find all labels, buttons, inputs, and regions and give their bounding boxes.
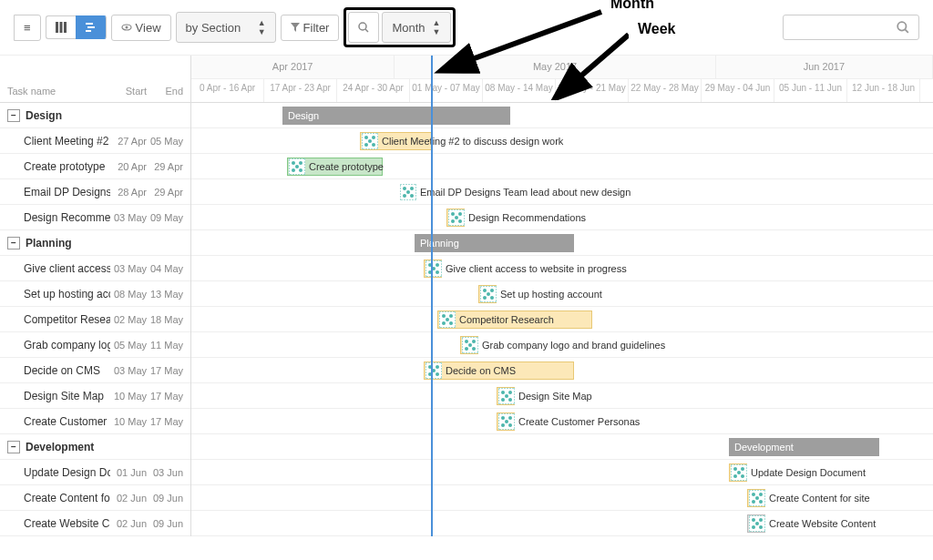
- task-row[interactable]: Create Customer Person10 May17 May: [0, 409, 190, 434]
- task-bar[interactable]: Create prototype: [287, 158, 383, 176]
- task-row[interactable]: Create prototype20 Apr29 Apr: [0, 154, 190, 179]
- bar-label: Design: [288, 110, 319, 121]
- week-cell: 17 Apr - 23 Apr: [264, 79, 337, 102]
- collapse-toggle[interactable]: −: [7, 109, 20, 122]
- svg-point-70: [508, 391, 512, 394]
- zoom-button[interactable]: [348, 12, 379, 43]
- task-bar[interactable]: Design Site Map: [497, 387, 515, 405]
- task-row[interactable]: Give client access to we03 May04 May: [0, 256, 190, 281]
- end-date: 17 May: [147, 391, 183, 402]
- task-row[interactable]: Create Website Content02 Jun09 Jun: [0, 511, 190, 536]
- chart-row: Email DP Designs Team lead about new des…: [191, 179, 933, 205]
- task-bar[interactable]: Set up hosting account: [478, 285, 497, 303]
- view-mode-columns[interactable]: [46, 15, 76, 39]
- svg-point-77: [501, 423, 505, 427]
- chart-row: Client Meeting #2 to discuss design work: [191, 128, 933, 154]
- task-name: Email DP Designs Team: [24, 186, 110, 199]
- filter-label: Filter: [303, 21, 330, 35]
- task-row[interactable]: Competitor Research02 May18 May: [0, 307, 190, 332]
- task-row[interactable]: Email DP Designs Team28 Apr29 Apr: [0, 179, 190, 205]
- svg-point-89: [752, 500, 755, 504]
- task-row[interactable]: Decide on CMS03 May17 May: [0, 358, 190, 383]
- today-line: [431, 56, 433, 536]
- menu-button[interactable]: ≡: [14, 15, 41, 41]
- svg-point-60: [472, 347, 476, 351]
- task-bar[interactable]: Give client access to website in progres…: [424, 260, 442, 278]
- section-row[interactable]: −Development: [0, 434, 190, 460]
- task-bar[interactable]: Client Meeting #2 to discuss design work: [360, 132, 433, 150]
- task-bar[interactable]: Update Design Document: [729, 463, 747, 482]
- svg-point-18: [372, 143, 375, 147]
- svg-point-17: [364, 143, 368, 147]
- task-row[interactable]: Client Meeting #2 to disc27 Apr05 May: [0, 128, 190, 154]
- end-date: 09 Jun: [147, 493, 183, 504]
- end-date: 09 Jun: [147, 518, 183, 529]
- section-row[interactable]: −Planning: [0, 230, 190, 256]
- svg-point-25: [295, 165, 299, 168]
- svg-point-31: [406, 190, 410, 194]
- task-bar[interactable]: Decide on CMS: [424, 361, 574, 380]
- chart-row: Design Site Map: [191, 383, 933, 409]
- view-button[interactable]: View: [111, 15, 171, 41]
- svg-point-97: [755, 522, 759, 525]
- end-date: 03 Jun: [147, 467, 183, 478]
- task-name: Client Meeting #2 to disc: [24, 135, 110, 148]
- svg-point-47: [483, 296, 487, 300]
- task-bar[interactable]: Create Website Content: [747, 514, 765, 533]
- bar-label: Grab company logo and brand guidelines: [482, 340, 665, 351]
- task-row[interactable]: Update Design Docume01 Jun03 Jun: [0, 460, 190, 485]
- filter-button[interactable]: Filter: [281, 15, 340, 41]
- month-cell: Jun 2017: [716, 56, 933, 78]
- chart-row: Create Customer Personas: [191, 409, 933, 434]
- header-end: End: [147, 86, 183, 97]
- svg-point-8: [359, 23, 366, 30]
- avatar-icon: [425, 260, 442, 277]
- month-cell: May 2017: [395, 56, 715, 78]
- svg-point-46: [490, 289, 494, 292]
- end-date: 29 Apr: [147, 161, 183, 172]
- svg-point-84: [741, 474, 744, 478]
- task-name: Update Design Docume: [24, 466, 110, 479]
- start-date: 03 May: [110, 263, 147, 274]
- svg-rect-4: [87, 26, 95, 28]
- svg-point-27: [403, 187, 406, 190]
- task-bar[interactable]: Create Customer Personas: [497, 412, 515, 431]
- task-bar[interactable]: Design Recommendations: [446, 209, 465, 227]
- section-bar[interactable]: Development: [729, 438, 879, 456]
- view-mode-gantt[interactable]: [76, 15, 107, 39]
- section-row[interactable]: −Design: [0, 103, 190, 128]
- avatar-icon: [448, 209, 465, 226]
- eye-icon: [121, 22, 132, 33]
- start-date: 05 May: [110, 340, 147, 351]
- avatar-icon: [731, 464, 747, 481]
- collapse-toggle[interactable]: −: [7, 441, 20, 453]
- task-row[interactable]: Create Content for site02 Jun09 Jun: [0, 485, 190, 511]
- task-row[interactable]: Grab company logo and05 May11 May: [0, 332, 190, 358]
- search-input[interactable]: [783, 15, 919, 40]
- task-name: Decide on CMS: [24, 364, 110, 377]
- group-by-select[interactable]: by Section ▲▼: [176, 12, 276, 43]
- svg-point-49: [487, 292, 490, 296]
- svg-point-42: [436, 270, 439, 274]
- task-bar[interactable]: Email DP Designs Team lead about new des…: [399, 183, 631, 201]
- svg-point-58: [472, 340, 476, 343]
- task-list-panel: Task name Start End −DesignClient Meetin…: [0, 56, 191, 536]
- task-bar[interactable]: Competitor Research: [437, 311, 592, 329]
- task-bar[interactable]: Grab company logo and brand guidelines: [460, 336, 478, 354]
- task-name: Grab company logo and: [24, 339, 110, 351]
- bar-label: Give client access to website in progres…: [446, 263, 627, 274]
- zoom-select[interactable]: Month ▲▼: [382, 12, 450, 43]
- section-bar[interactable]: Design: [282, 107, 510, 125]
- task-name: Create Website Content: [24, 517, 110, 530]
- section-bar[interactable]: Planning: [415, 234, 574, 252]
- task-row[interactable]: Design Recommendatio03 May09 May: [0, 205, 190, 230]
- svg-point-87: [752, 493, 755, 496]
- chart-row: Development: [191, 434, 933, 460]
- task-row[interactable]: Design Site Map10 May17 May: [0, 383, 190, 409]
- collapse-toggle[interactable]: −: [7, 237, 20, 249]
- svg-rect-2: [64, 22, 67, 33]
- task-bar[interactable]: Create Content for site: [747, 489, 765, 507]
- task-row[interactable]: Set up hosting account08 May13 May: [0, 281, 190, 307]
- svg-point-90: [759, 500, 763, 504]
- svg-point-45: [483, 289, 487, 292]
